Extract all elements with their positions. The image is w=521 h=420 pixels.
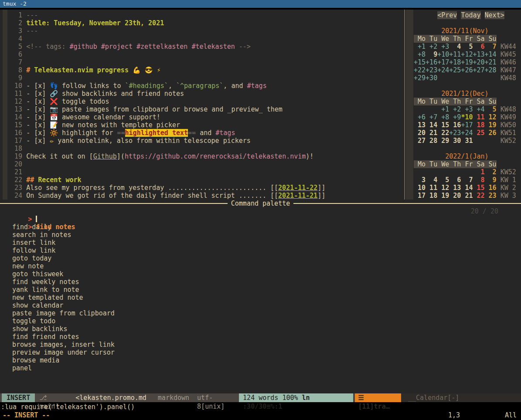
editor-line[interactable]: 19 Check it out on [Github](https://gith… xyxy=(0,152,404,160)
palette-item[interactable]: find daily notes xyxy=(0,223,521,231)
editor-line[interactable]: 3 --- xyxy=(0,27,404,35)
today-button[interactable]: Today xyxy=(461,11,480,19)
editor-line[interactable]: 5 <!-- tags: #github #project #zettelkas… xyxy=(0,43,404,51)
editor-line[interactable]: 6 xyxy=(0,51,404,58)
calendar-day[interactable]: 6 xyxy=(473,43,484,51)
calendar-day[interactable]: +1 +2 +3 xyxy=(414,43,449,51)
editor-line[interactable]: 15 - [x] 📝 new notes with template picke… xyxy=(0,121,404,129)
calendar-day[interactable]: 9 xyxy=(485,176,497,184)
calendar-day[interactable]: 23 xyxy=(485,192,497,200)
calendar-row xyxy=(405,19,521,27)
palette-item[interactable]: find weekly notes xyxy=(0,278,521,286)
calendar-day[interactable]: +23+24 xyxy=(449,129,473,137)
calendar-day[interactable]: 19 xyxy=(489,121,497,129)
calendar-today[interactable]: *10 xyxy=(461,113,473,121)
palette-item[interactable]: show backlinks xyxy=(0,325,521,333)
text-segment: #tags xyxy=(215,129,235,137)
calendar-day[interactable]: 17 18 19 20 21 xyxy=(414,192,473,200)
calendar-day[interactable]: 22 xyxy=(473,192,484,200)
prev-button[interactable]: <Prev xyxy=(437,11,457,19)
calendar-day[interactable]: 12 xyxy=(489,113,497,121)
calendar-day[interactable]: +10+11+12+13+14 xyxy=(437,51,496,58)
calendar-day[interactable]: 16 xyxy=(485,184,497,192)
palette-item[interactable]: browse images, insert link xyxy=(0,341,521,349)
calendar-day[interactable]: 11 xyxy=(477,113,485,121)
editor-line[interactable]: 4 xyxy=(0,35,404,43)
calendar-day[interactable]: 1 xyxy=(473,168,484,176)
github-url[interactable]: https://github.com/renerocksai/telekaste… xyxy=(125,152,306,160)
calendar-day[interactable]: +8 xyxy=(414,51,426,58)
calendar-day[interactable]: +6 +7 +8 +9 xyxy=(414,113,461,121)
next-button[interactable]: Next> xyxy=(485,11,504,19)
calendar-day[interactable]: 13 14 15 16 xyxy=(414,121,461,129)
calendar-day[interactable]: 15 xyxy=(473,184,484,192)
calendar-day[interactable]: 7 xyxy=(485,43,497,51)
palette-item[interactable]: yank link to note xyxy=(0,286,521,294)
footprints-emoji: 👣 xyxy=(50,82,58,90)
palette-item[interactable]: new note xyxy=(0,262,521,270)
editor-line[interactable]: 10 - [x] 👣 follow links to `#headings`, … xyxy=(0,82,404,90)
calendar-day[interactable]: 9 xyxy=(426,51,437,58)
editor-line[interactable]: 17 - [x] ✏ yank notelink, also from with… xyxy=(0,137,404,145)
week-number: KW52 xyxy=(497,137,516,145)
editor-line[interactable]: 23 Also see my progress from yesterday .… xyxy=(0,184,404,192)
editor-line[interactable]: 13 - [x] 📷 paste images from clipboard o… xyxy=(0,105,404,113)
calendar-day[interactable]: +1 +2 +3 +4 xyxy=(437,105,484,113)
editor-line[interactable]: 7 xyxy=(0,58,404,66)
editor-line[interactable]: 24 On Sunday we got rid of the daily fin… xyxy=(0,192,404,200)
editor-line[interactable]: 21 xyxy=(0,168,404,176)
palette-item[interactable]: preview image under cursor xyxy=(0,349,521,356)
palette-prompt-row[interactable]: > 20 / 20 xyxy=(0,207,521,215)
editor-line[interactable]: 2 title: Tuesday, November 23th, 2021 xyxy=(0,19,404,27)
calendar-day[interactable]: 10 11 12 13 14 xyxy=(414,184,473,192)
calendar-day[interactable]: 2 xyxy=(485,168,497,176)
editor-line[interactable]: 8 # Telekasten.nvim progress 💪 😎 ⚡ xyxy=(0,66,404,74)
editor-line[interactable]: 12 - [x] ❌ toggle todos xyxy=(0,98,404,105)
calendar-day[interactable]: 27 28 29 30 31 xyxy=(414,137,473,145)
palette-item[interactable]: goto thisweek xyxy=(0,270,521,278)
palette-item[interactable]: panel xyxy=(0,364,521,372)
editor-line[interactable]: 1 --- xyxy=(0,11,404,19)
calendar-day[interactable]: 25 xyxy=(477,129,485,137)
editor-line[interactable]: 14 - [x] 📅 awesome calendar support! xyxy=(0,113,404,121)
palette-item[interactable]: follow link xyxy=(0,247,521,254)
calendar-day[interactable]: 20 21 22 xyxy=(414,129,449,137)
palette-item[interactable]: toggle todo xyxy=(0,317,521,325)
wiki-link[interactable]: 2021-11-22 xyxy=(278,184,317,192)
editor-line[interactable]: 16 - [x] 🔆 highlight for ==highlighted t… xyxy=(0,129,404,137)
editor-pane[interactable]: 1 --- 2 title: Tuesday, November 23th, 2… xyxy=(0,10,404,200)
calendar-day[interactable]: 26 xyxy=(489,129,497,137)
editor-line[interactable]: 20 xyxy=(0,160,404,168)
palette-item[interactable]: paste image from clipboard xyxy=(0,309,521,317)
buffer-tab-segment[interactable]: ☰ [11]tra… xyxy=(355,393,401,402)
editor-line[interactable]: 22 ## Recent work xyxy=(0,176,404,184)
palette-item[interactable]: insert link xyxy=(0,239,521,247)
calendar-day[interactable]: +15+16+17+18+19+20+21 xyxy=(414,58,497,66)
palette-item[interactable]: browse media xyxy=(0,356,521,364)
palette-item-selected[interactable]: > find notes xyxy=(0,215,521,223)
calendar-day[interactable]: +17 xyxy=(461,121,473,129)
calendar-day[interactable]: 18 xyxy=(477,121,485,129)
calendar-day[interactable]: 3 4 5 6 7 xyxy=(414,176,473,184)
github-link[interactable]: Github xyxy=(93,152,117,160)
calendar-row: +6 +7 +8 +9*10 11 12 KW49 xyxy=(405,113,521,121)
command-line[interactable]: :lua require('telekasten').panel() xyxy=(0,403,521,411)
calendar-row: 1 2 KW52 xyxy=(405,168,521,176)
calendar-day[interactable]: +29+30 xyxy=(414,74,437,82)
palette-item[interactable]: show calendar xyxy=(0,301,521,309)
editor-line[interactable]: 9 xyxy=(0,74,404,82)
calendar-emoji: 📅 xyxy=(50,113,58,121)
palette-item[interactable]: goto today xyxy=(0,254,521,262)
editor-line[interactable]: 18 xyxy=(0,145,404,152)
palette-item[interactable]: find friend notes xyxy=(0,333,521,341)
calendar-day[interactable]: +22+23+24+25+26+27+28 xyxy=(414,66,497,74)
calendar-day[interactable]: 8 xyxy=(473,176,484,184)
wiki-link[interactable]: 2021-11-21 xyxy=(278,192,317,200)
palette-item[interactable]: search in notes xyxy=(0,231,521,239)
palette-item[interactable]: new templated note xyxy=(0,294,521,301)
editor-line[interactable]: 11 - [x] 🔗 show backlinks and friend not… xyxy=(0,90,404,98)
calendar-day[interactable]: 5 xyxy=(485,105,497,113)
calendar-day[interactable]: 4 5 xyxy=(449,43,473,51)
selection-arrow: > xyxy=(28,223,32,231)
text-segment: - [x] xyxy=(26,113,50,121)
